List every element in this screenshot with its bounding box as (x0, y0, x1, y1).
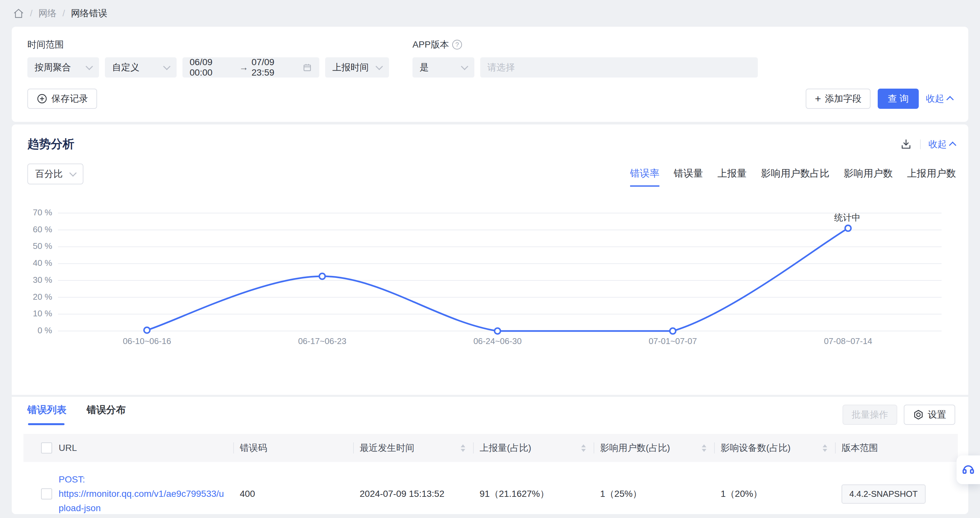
chevron-down-icon (461, 63, 468, 70)
date-end: 07/09 23:59 (251, 57, 298, 78)
column-header-url[interactable]: URL (52, 434, 233, 462)
last-time-cell: 2024-07-09 15:13:52 (353, 489, 473, 499)
time-range-group: 时间范围 按周聚合 自定义 06/09 00:00 → 07/09 23:59 (27, 38, 389, 78)
add-circle-icon (37, 93, 48, 104)
gear-icon (913, 409, 924, 420)
divider (920, 140, 921, 149)
error-table: URL 错误码 最近发生时间 上报量(占比) 影响用户数(占比) 影响设备数(占… (24, 434, 958, 514)
tab-affected-users-ratio[interactable]: 影响用户数占比 (761, 167, 829, 187)
sort-icon[interactable] (581, 444, 586, 452)
column-header-reports[interactable]: 上报量(占比) (473, 434, 593, 462)
home-icon[interactable] (13, 8, 24, 19)
error-code-cell: 400 (233, 489, 353, 499)
version-match-select[interactable]: 是 (412, 57, 474, 78)
time-range-label: 时间范围 (27, 38, 389, 51)
chevron-down-icon (69, 169, 77, 177)
tab-error-list[interactable]: 错误列表 (27, 403, 67, 425)
error-url-link[interactable]: POST: https://rmonitor.qq.com/v1/ae9c799… (52, 472, 233, 514)
help-icon[interactable]: ? (452, 40, 462, 49)
section-divider (12, 395, 968, 397)
app-version-group: APP版本 ? 是 请选择 (412, 38, 953, 78)
date-start: 06/09 00:00 (189, 57, 236, 78)
sort-icon[interactable] (461, 444, 465, 452)
tab-report-count[interactable]: 上报量 (718, 167, 747, 187)
reports-cell: 91（21.1627%） (473, 488, 593, 500)
arrow-right-icon: → (239, 62, 248, 73)
save-record-button[interactable]: 保存记录 (27, 89, 97, 109)
calendar-icon (302, 62, 312, 72)
download-icon[interactable] (900, 138, 912, 151)
breadcrumb-current: 网络错误 (71, 7, 108, 19)
table-row: POST: https://rmonitor.qq.com/v1/ae9c799… (24, 462, 958, 514)
version-select-input[interactable]: 请选择 (480, 57, 758, 78)
metric-tabs: 错误率 错误量 上报量 影响用户数占比 影响用户数 上报用户数 (630, 167, 956, 187)
date-range-picker[interactable]: 06/09 00:00 → 07/09 23:59 (183, 57, 319, 78)
tab-report-users[interactable]: 上报用户数 (907, 167, 956, 187)
filter-panel: 时间范围 按周聚合 自定义 06/09 00:00 → 07/09 23:59 (12, 27, 968, 122)
trend-collapse-link[interactable]: 收起 (929, 138, 955, 151)
chevron-down-icon (375, 63, 383, 70)
version-placeholder: 请选择 (487, 61, 515, 74)
error-list-tabs: 错误列表 错误分布 (27, 403, 126, 425)
filter-collapse-link[interactable]: 收起 (926, 92, 953, 105)
column-header-last-time[interactable]: 最近发生时间 (353, 434, 473, 462)
tab-error-distribution[interactable]: 错误分布 (87, 403, 126, 425)
add-field-button[interactable]: + 添加字段 (806, 89, 870, 109)
time-field-select[interactable]: 上报时间 (325, 57, 389, 78)
breadcrumb: / 网络 / 网络错误 (0, 0, 980, 27)
plus-icon: + (815, 94, 821, 104)
range-type-select[interactable]: 自定义 (105, 57, 177, 78)
chevron-down-icon (86, 63, 93, 70)
column-header-devices[interactable]: 影响设备数(占比) (714, 434, 835, 462)
breadcrumb-separator: / (62, 8, 65, 19)
column-header-version-range[interactable]: 版本范围 (835, 434, 958, 462)
users-cell: 1（25%） (593, 488, 714, 500)
aggregation-select[interactable]: 按周聚合 (27, 57, 99, 78)
breadcrumb-section[interactable]: 网络 (38, 7, 57, 19)
chevron-up-icon (947, 96, 954, 103)
row-checkbox[interactable] (41, 488, 52, 499)
headset-icon (961, 462, 975, 477)
unit-selector[interactable]: 百分比 (27, 164, 83, 184)
app-version-label: APP版本 (412, 38, 449, 51)
sort-icon[interactable] (822, 444, 827, 452)
tab-error-rate[interactable]: 错误率 (630, 167, 659, 187)
main-panel: 趋势分析 收起 百分比 错误率 错误量 上报量 影响用户数占比 影响用户数 上报… (12, 124, 968, 514)
settings-button[interactable]: 设置 (904, 405, 955, 425)
trend-title: 趋势分析 (27, 136, 74, 152)
devices-cell: 1（20%） (714, 488, 835, 500)
request-url: https://rmonitor.qq.com/v1/ae9c799533/up… (59, 489, 224, 513)
support-fab[interactable] (956, 456, 980, 484)
chevron-down-icon (163, 63, 171, 70)
select-all-checkbox[interactable] (41, 442, 52, 453)
table-header-row: URL 错误码 最近发生时间 上报量(占比) 影响用户数(占比) 影响设备数(占… (24, 434, 958, 462)
version-range-cell: 4.4.2-SNAPSHOT (835, 485, 958, 504)
column-header-error-code[interactable]: 错误码 (233, 434, 353, 462)
tab-affected-users[interactable]: 影响用户数 (844, 167, 892, 187)
query-button[interactable]: 查 询 (878, 89, 919, 109)
column-header-users[interactable]: 影响用户数(占比) (593, 434, 714, 462)
batch-action-button[interactable]: 批量操作 (843, 405, 897, 425)
version-tag: 4.4.2-SNAPSHOT (842, 485, 926, 504)
sort-icon[interactable] (702, 444, 706, 452)
request-method: POST: (59, 474, 85, 485)
svg-text:统计中: 统计中 (834, 213, 861, 222)
breadcrumb-separator: / (30, 8, 33, 19)
chevron-up-icon (949, 141, 956, 149)
trend-line-chart[interactable]: 统计中 0 %10 %20 %30 %40 %50 %60 %70 % 06-1… (12, 198, 968, 354)
tab-error-count[interactable]: 错误量 (674, 167, 703, 187)
